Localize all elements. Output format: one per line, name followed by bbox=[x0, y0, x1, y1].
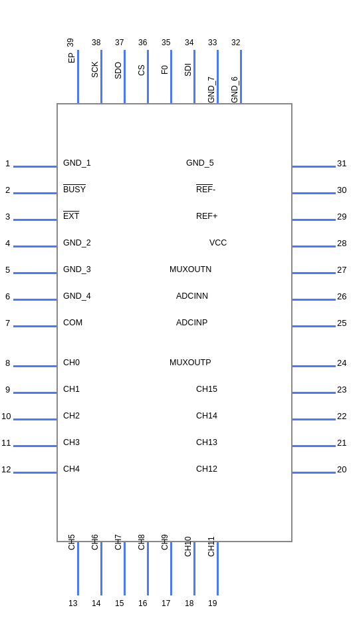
pin-label-gnd3: GND_3 bbox=[63, 265, 91, 274]
pin-label-sdi: SDI bbox=[183, 63, 193, 77]
pin-label-ch0: CH0 bbox=[63, 358, 80, 367]
pin-line-1 bbox=[13, 166, 57, 168]
pin-num-31: 31 bbox=[337, 158, 346, 168]
pin-line-5 bbox=[13, 272, 57, 274]
pin-label-ch3: CH3 bbox=[63, 438, 80, 447]
pin-num-4: 4 bbox=[5, 238, 10, 248]
pin-num-33: 33 bbox=[208, 38, 217, 47]
pin-num-7: 7 bbox=[5, 318, 10, 328]
pin-num-10: 10 bbox=[1, 411, 11, 421]
pin-num-29: 29 bbox=[337, 212, 346, 222]
pin-line-22 bbox=[292, 418, 336, 420]
pin-num-24: 24 bbox=[337, 358, 346, 368]
pin-num-28: 28 bbox=[337, 238, 346, 248]
pin-line-27 bbox=[292, 272, 336, 274]
pin-line-28 bbox=[292, 245, 336, 247]
pin-num-21: 21 bbox=[337, 438, 346, 448]
ic-body bbox=[57, 103, 292, 542]
pin-num-16: 16 bbox=[138, 599, 147, 608]
pin-line-7 bbox=[13, 325, 57, 327]
pin-line-32 bbox=[240, 50, 242, 103]
pin-label-ch8: CH8 bbox=[137, 534, 146, 550]
pin-label-muxoutn: MUXOUTN bbox=[170, 265, 211, 274]
pin-line-34 bbox=[193, 50, 195, 103]
pin-num-2: 2 bbox=[5, 185, 10, 195]
pin-line-16 bbox=[147, 542, 149, 595]
pin-num-8: 8 bbox=[5, 358, 10, 368]
pin-num-6: 6 bbox=[5, 291, 10, 301]
pin-label-ch2: CH2 bbox=[63, 411, 80, 420]
pin-label-ch14: CH14 bbox=[196, 411, 217, 420]
pin-label-com: COM bbox=[63, 318, 82, 327]
pin-num-32: 32 bbox=[231, 38, 240, 47]
pin-line-20 bbox=[292, 472, 336, 474]
pin-line-23 bbox=[292, 392, 336, 394]
pin-num-26: 26 bbox=[337, 291, 346, 301]
pin-line-19 bbox=[217, 542, 219, 595]
pin-label-ch10: CH10 bbox=[183, 536, 193, 557]
pin-label-ep: EP bbox=[67, 53, 76, 63]
pin-num-11: 11 bbox=[1, 438, 11, 448]
pin-label-gnd2: GND_2 bbox=[63, 238, 91, 247]
pin-label-sck: SCK bbox=[90, 61, 100, 78]
pin-label-gnd7: GND_7 bbox=[207, 77, 216, 103]
ic-diagram: 39 EP 38 SCK 37 SDO 36 CS 35 F0 34 SDI 3… bbox=[0, 0, 351, 644]
pin-line-2 bbox=[13, 192, 57, 194]
pin-num-38: 38 bbox=[92, 38, 100, 47]
pin-num-5: 5 bbox=[5, 265, 10, 275]
pin-label-ch1: CH1 bbox=[63, 385, 80, 394]
pin-label-f0: F0 bbox=[160, 65, 170, 75]
pin-line-26 bbox=[292, 299, 336, 301]
pin-num-37: 37 bbox=[115, 38, 124, 47]
pin-label-ch11: CH11 bbox=[207, 536, 216, 557]
pin-line-6 bbox=[13, 299, 57, 301]
pin-label-gnd1: GND_1 bbox=[63, 158, 91, 168]
pin-label-ch15: CH15 bbox=[196, 385, 217, 394]
pin-num-35: 35 bbox=[162, 38, 170, 47]
pin-line-33 bbox=[217, 50, 219, 103]
pin-line-39 bbox=[77, 50, 79, 103]
pin-num-36: 36 bbox=[138, 38, 147, 47]
pin-label-refp: REF+ bbox=[196, 212, 217, 221]
pin-num-18: 18 bbox=[185, 599, 193, 608]
pin-label-gnd5: GND_5 bbox=[186, 158, 214, 168]
pin-line-17 bbox=[170, 542, 172, 595]
pin-label-refn: REF- bbox=[196, 185, 215, 194]
pin-label-adcinp: ADCINP bbox=[176, 318, 207, 327]
pin-line-13 bbox=[77, 542, 79, 595]
pin-num-39: 39 bbox=[66, 38, 75, 47]
pin-line-8 bbox=[13, 365, 57, 367]
pin-num-12: 12 bbox=[1, 464, 11, 474]
pin-label-ch7: CH7 bbox=[114, 534, 123, 550]
pin-num-19: 19 bbox=[208, 599, 217, 608]
pin-num-1: 1 bbox=[5, 158, 10, 168]
pin-num-27: 27 bbox=[337, 265, 346, 275]
pin-label-busy: BUSY bbox=[63, 185, 86, 194]
pin-num-23: 23 bbox=[337, 385, 346, 395]
pin-label-gnd6: GND_6 bbox=[230, 77, 239, 103]
pin-num-17: 17 bbox=[162, 599, 170, 608]
pin-line-36 bbox=[147, 50, 149, 103]
pin-line-15 bbox=[124, 542, 126, 595]
pin-label-adcinn: ADCINN bbox=[176, 291, 208, 301]
pin-line-29 bbox=[292, 219, 336, 221]
pin-line-38 bbox=[100, 50, 102, 103]
pin-line-14 bbox=[100, 542, 102, 595]
pin-label-cs: CS bbox=[137, 65, 146, 76]
pin-label-ch13: CH13 bbox=[196, 438, 217, 447]
pin-label-vcc: VCC bbox=[209, 238, 227, 247]
pin-line-35 bbox=[170, 50, 172, 103]
pin-label-sdo: SDO bbox=[114, 62, 123, 79]
pin-line-24 bbox=[292, 365, 336, 367]
pin-num-15: 15 bbox=[115, 599, 124, 608]
pin-num-3: 3 bbox=[5, 212, 10, 222]
pin-line-18 bbox=[193, 542, 195, 595]
pin-label-ch4: CH4 bbox=[63, 464, 80, 474]
pin-label-ch6: CH6 bbox=[90, 534, 100, 550]
pin-num-13: 13 bbox=[68, 599, 77, 608]
pin-num-14: 14 bbox=[92, 599, 100, 608]
pin-num-25: 25 bbox=[337, 318, 346, 328]
pin-line-12 bbox=[13, 472, 57, 474]
pin-line-37 bbox=[124, 50, 126, 103]
pin-num-30: 30 bbox=[337, 185, 346, 195]
